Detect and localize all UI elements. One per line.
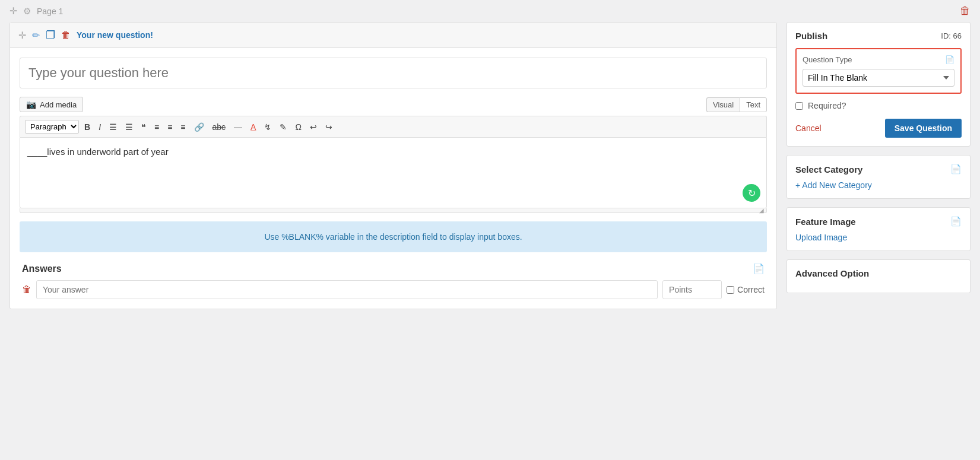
eraser-button[interactable]: ↯ [261,121,274,133]
answers-title: Answers [22,264,62,274]
align-center-button[interactable]: ≡ [164,121,175,133]
bullet-list-button[interactable]: ☰ [106,121,120,133]
page-title: Page 1 [37,7,63,16]
publish-header: Publish ID: 66 [795,31,962,41]
editor-text: ____lives in underworld part of year [27,145,759,159]
hint-text: Use %BLANK% variable in the description … [264,232,522,242]
bold-button[interactable]: B [81,121,93,133]
answer-row: 🗑 Correct [22,280,765,299]
answer-delete-icon[interactable]: 🗑 [22,284,31,295]
points-input[interactable] [662,280,722,299]
omega-button[interactable]: Ω [292,121,304,133]
question-type-select[interactable]: Fill In The Blank Multiple Choice True/F… [803,69,954,87]
right-sidebar: Publish ID: 66 Question Type 📄 Fill In T… [786,22,971,309]
top-delete-icon[interactable]: 🗑 [960,5,971,17]
horizontal-rule-button[interactable]: — [231,121,245,133]
question-type-label-text: Question Type [803,55,852,64]
align-right-button[interactable]: ≡ [177,121,188,133]
question-text-input[interactable] [20,58,767,88]
cancel-link[interactable]: Cancel [795,123,822,133]
publish-id: ID: 66 [941,31,962,40]
question-move-icon[interactable]: ✛ [18,30,26,41]
undo-button[interactable]: ↩ [307,121,320,133]
italic-button[interactable]: I [96,121,104,133]
question-type-doc-icon: 📄 [945,55,954,64]
text-tab[interactable]: Text [740,97,767,112]
select-category-header: Select Category 📄 [795,164,962,175]
question-type-box: Question Type 📄 Fill In The Blank Multip… [795,48,962,94]
media-icon: 📷 [26,100,36,109]
correct-label-text: Correct [737,285,765,294]
media-bar: 📷 Add media Visual Text [20,97,767,112]
gear-icon[interactable]: ⚙ [23,6,31,17]
pencil-button[interactable]: ✎ [277,121,290,133]
add-category-link[interactable]: + Add New Category [795,180,872,190]
question-type-label-row: Question Type 📄 [803,55,954,64]
numbered-list-button[interactable]: ☰ [122,121,136,133]
align-left-button[interactable]: ≡ [151,121,162,133]
hint-box: Use %BLANK% variable in the description … [20,221,767,252]
feature-image-doc-icon: 📄 [950,216,962,227]
main-layout: ✛ ✏ ❐ 🗑 Your new question! 📷 Add media V… [0,22,980,319]
required-checkbox[interactable] [795,102,803,110]
advanced-option-header: Advanced Option [795,268,962,278]
feature-image-box: Feature Image 📄 Upload Image [786,207,971,251]
feature-image-header: Feature Image 📄 [795,216,962,227]
blockquote-button[interactable]: ❝ [138,121,149,133]
upload-image-link[interactable]: Upload Image [795,233,847,242]
select-category-doc-icon: 📄 [950,164,962,175]
select-category-box: Select Category 📄 + Add New Category [786,155,971,199]
question-delete-icon[interactable]: 🗑 [61,30,71,40]
link-button[interactable]: 🔗 [191,121,207,133]
add-media-button[interactable]: 📷 Add media [20,97,83,112]
redo-button[interactable]: ↪ [322,121,335,133]
editor-area[interactable]: ____lives in underworld part of year ↻ [20,137,767,208]
answer-input[interactable] [36,280,658,299]
editor-resize-handle[interactable]: ◢ [20,208,767,213]
required-label: Required? [808,101,846,110]
save-question-button[interactable]: Save Question [885,119,962,138]
editor-toolbar: Paragraph B I ☰ ☰ ❝ ≡ ≡ ≡ 🔗 abc — A ↯ ✎ … [20,116,767,137]
answers-header: Answers 📄 [22,263,765,274]
advanced-option-title: Advanced Option [795,268,869,278]
required-row: Required? [795,101,962,110]
publish-title: Publish [795,31,827,41]
view-tabs: Visual Text [706,97,767,112]
publish-box: Publish ID: 66 Question Type 📄 Fill In T… [786,22,971,147]
question-copy-icon[interactable]: ❐ [46,28,55,42]
correct-checkbox[interactable] [727,286,734,294]
visual-tab[interactable]: Visual [706,97,740,112]
question-header-bar: ✛ ✏ ❐ 🗑 Your new question! [10,23,776,48]
action-buttons: Cancel Save Question [795,119,962,138]
question-title: Your new question! [77,30,153,40]
answers-section: Answers 📄 🗑 Correct [20,263,767,299]
strikethrough-button[interactable]: abc [210,121,229,133]
top-bar: ✛ ⚙ Page 1 🗑 [0,0,980,22]
move-icon[interactable]: ✛ [9,5,17,17]
question-content: 📷 Add media Visual Text Paragraph B I ☰ … [10,48,776,309]
feature-image-title: Feature Image [795,217,856,227]
correct-label: Correct [727,285,765,294]
editor-circle-button[interactable]: ↻ [743,184,760,202]
add-media-label: Add media [40,100,77,109]
select-category-title: Select Category [795,164,862,175]
text-color-button[interactable]: A [248,121,259,133]
advanced-option-box: Advanced Option [786,259,971,293]
question-edit-icon[interactable]: ✏ [32,30,40,41]
answers-doc-icon: 📄 [753,263,765,274]
paragraph-select[interactable]: Paragraph [25,120,79,134]
left-panel: ✛ ✏ ❐ 🗑 Your new question! 📷 Add media V… [9,22,777,309]
